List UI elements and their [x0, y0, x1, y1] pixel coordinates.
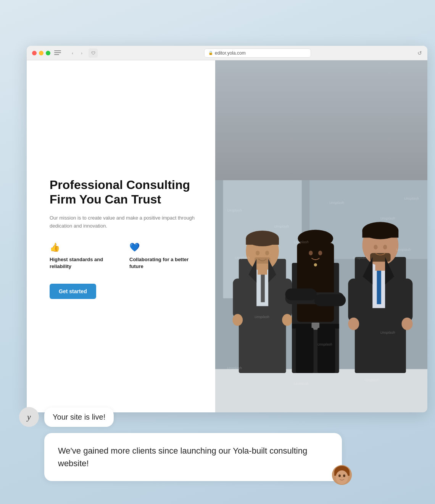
- address-bar[interactable]: 🔒 editor.yola.com: [204, 48, 311, 58]
- thumbs-up-icon: 👍: [50, 242, 118, 252]
- sidebar-toggle-icon[interactable]: [54, 50, 61, 56]
- svg-text:Unsplash: Unsplash: [274, 225, 289, 228]
- browser-content: Professional Consulting Firm You Can Tru…: [27, 60, 427, 412]
- chat-bubble-1: Your site is live!: [44, 407, 114, 427]
- svg-text:Unsplash: Unsplash: [396, 248, 411, 252]
- svg-point-49: [348, 318, 359, 330]
- chat-overlay: y Your site is live! We've gained more c…: [19, 407, 435, 481]
- svg-text:Unsplash: Unsplash: [329, 201, 344, 205]
- svg-text:Unsplash: Unsplash: [294, 382, 309, 386]
- hero-title: Professional Consulting Firm You Can Tru…: [50, 178, 196, 207]
- minimize-button[interactable]: [39, 51, 44, 55]
- svg-rect-41: [370, 253, 391, 262]
- hero-image-panel: Unsplash Unsplash Unsplash Unsplash Unsp…: [215, 60, 428, 412]
- svg-point-70: [338, 475, 341, 477]
- svg-rect-47: [348, 279, 359, 322]
- svg-point-24: [298, 230, 333, 247]
- address-bar-wrap: 🔒 editor.yola.com: [102, 48, 414, 58]
- browser-nav-controls: ‹ ›: [69, 50, 85, 56]
- svg-point-12: [265, 250, 269, 255]
- security-icon: 🛡: [89, 48, 98, 58]
- svg-point-42: [374, 245, 377, 249]
- back-button[interactable]: ‹: [69, 50, 76, 56]
- svg-text:Unsplash: Unsplash: [317, 342, 332, 346]
- svg-text:Unsplash: Unsplash: [294, 240, 309, 244]
- traffic-lights: [32, 51, 50, 55]
- feature-label-1: Highest standards and reliability: [50, 256, 118, 270]
- svg-point-27: [314, 263, 317, 266]
- consulting-image: Unsplash Unsplash Unsplash Unsplash Unsp…: [215, 60, 428, 412]
- chat-row-left: y Your site is live!: [19, 407, 435, 427]
- lock-icon: 🔒: [208, 51, 213, 55]
- svg-point-43: [383, 245, 387, 249]
- chat-bubble-2: We've gained more clients since launchin…: [44, 433, 342, 481]
- svg-point-71: [343, 475, 345, 477]
- svg-point-19: [282, 314, 292, 326]
- svg-rect-10: [258, 267, 267, 275]
- svg-point-11: [256, 250, 259, 255]
- svg-rect-9: [246, 238, 279, 244]
- url-text: editor.yola.com: [215, 50, 246, 56]
- svg-point-25: [309, 250, 313, 255]
- get-started-button[interactable]: Get started: [50, 284, 96, 299]
- people-illustration: Unsplash Unsplash Unsplash Unsplash Unsp…: [215, 60, 428, 412]
- svg-rect-44: [375, 263, 385, 271]
- svg-text:Unsplash: Unsplash: [255, 315, 269, 319]
- forward-button[interactable]: ›: [79, 50, 85, 56]
- yola-avatar: y: [19, 407, 39, 427]
- svg-point-18: [232, 314, 243, 326]
- svg-point-50: [401, 318, 412, 330]
- svg-rect-34: [317, 328, 335, 373]
- svg-rect-13: [255, 257, 270, 263]
- svg-text:Unsplash: Unsplash: [227, 208, 242, 212]
- heart-icon: 💙: [129, 242, 196, 252]
- svg-rect-33: [296, 328, 313, 373]
- left-panel: Professional Consulting Firm You Can Tru…: [27, 60, 215, 412]
- svg-rect-29: [285, 288, 316, 300]
- svg-rect-16: [233, 279, 243, 318]
- close-button[interactable]: [32, 51, 37, 55]
- user-avatar: [332, 465, 352, 485]
- svg-text:Unsplash: Unsplash: [404, 197, 419, 201]
- reload-button[interactable]: ↺: [417, 50, 422, 56]
- features-row: 👍 Highest standards and reliability 💙 Co…: [50, 242, 196, 270]
- svg-rect-3: [215, 369, 428, 412]
- svg-text:Unsplash: Unsplash: [227, 366, 242, 370]
- user-avatar-image: [332, 465, 352, 485]
- maximize-button[interactable]: [46, 51, 50, 55]
- svg-rect-23: [297, 243, 334, 322]
- feature-item-2: 💙 Collaborating for a better future: [129, 242, 196, 270]
- hero-description: Our mission is to create value and make …: [50, 214, 196, 230]
- svg-rect-40: [362, 231, 398, 238]
- svg-text:Unsplash: Unsplash: [235, 256, 250, 260]
- svg-text:Unsplash: Unsplash: [364, 378, 379, 382]
- feature-item-1: 👍 Highest standards and reliability: [50, 242, 118, 270]
- svg-text:Unsplash: Unsplash: [380, 216, 395, 220]
- svg-point-26: [318, 250, 322, 255]
- browser-window: ‹ › 🛡 🔒 editor.yola.com ↺ Professional C…: [27, 46, 427, 412]
- chat-bubble-2-text: We've gained more clients since launchin…: [58, 446, 307, 468]
- feature-label-2: Collaborating for a better future: [129, 256, 196, 270]
- svg-rect-48: [401, 279, 412, 322]
- browser-chrome: ‹ › 🛡 🔒 editor.yola.com ↺: [27, 46, 427, 60]
- svg-text:Unsplash: Unsplash: [353, 256, 367, 260]
- svg-text:Unsplash: Unsplash: [380, 331, 395, 334]
- svg-point-72: [341, 477, 343, 478]
- svg-rect-30: [314, 294, 345, 306]
